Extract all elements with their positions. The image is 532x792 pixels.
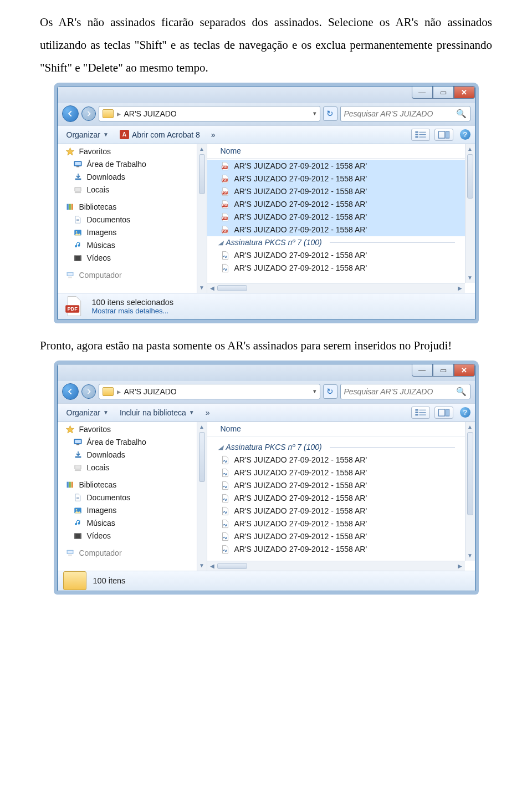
toolbar-overflow[interactable]: » <box>201 407 214 418</box>
breadcrumb-folder[interactable]: AR'S JUIZADO <box>124 109 177 118</box>
sidebar-videos[interactable]: Vídeos <box>61 530 207 542</box>
search-box[interactable]: 🔍 <box>340 106 470 121</box>
sidebar-music[interactable]: Músicas <box>61 239 207 252</box>
sidebar-recent[interactable]: Locais <box>61 184 207 196</box>
scroll-down-icon[interactable]: ▼ <box>197 283 207 293</box>
scroll-thumb[interactable] <box>199 432 205 482</box>
file-row[interactable]: AR'S JUIZADO 27-09-2012 - 1558 AR' <box>207 466 465 479</box>
toolbar-overflow[interactable]: » <box>207 129 220 140</box>
preview-pane-button[interactable] <box>434 129 453 141</box>
file-row[interactable]: AR'S JUIZADO 27-09-2012 - 1558 AR' <box>207 249 465 262</box>
help-button[interactable]: ? <box>460 129 470 140</box>
search-icon[interactable]: 🔍 <box>456 387 467 397</box>
close-button[interactable]: ✕ <box>454 87 475 99</box>
scroll-up-icon[interactable]: ▲ <box>197 144 207 154</box>
scroll-left-icon[interactable]: ◀ <box>207 561 217 571</box>
file-row[interactable]: AR'S JUIZADO 27-09-2012 - 1558 AR' <box>207 185 465 198</box>
nav-scrollbar[interactable]: ▲ ▼ <box>197 144 207 293</box>
scroll-right-icon[interactable]: ▶ <box>455 283 465 293</box>
scroll-down-icon[interactable]: ▼ <box>466 273 475 283</box>
file-row[interactable]: AR'S JUIZADO 27-09-2012 - 1558 AR' <box>207 211 465 224</box>
file-row[interactable]: AR'S JUIZADO 27-09-2012 - 1558 AR' <box>207 224 465 236</box>
scroll-thumb[interactable] <box>217 563 247 569</box>
sidebar-downloads[interactable]: Downloads <box>61 449 207 461</box>
breadcrumb-dropdown-icon[interactable]: ▾ <box>313 110 316 117</box>
open-with-acrobat-button[interactable]: A Abrir com Acrobat 8 <box>115 129 204 140</box>
sidebar-libraries[interactable]: Bibliotecas <box>61 201 207 214</box>
file-row[interactable]: AR'S JUIZADO 27-09-2012 - 1558 AR' <box>207 492 465 505</box>
file-scrollbar-v[interactable]: ▲ ▼ <box>465 144 475 283</box>
include-in-library-button[interactable]: Incluir na biblioteca ▼ <box>115 407 199 418</box>
file-row[interactable]: AR'S JUIZADO 27-09-2012 - 1558 AR' <box>207 505 465 517</box>
sidebar-pictures[interactable]: Imagens <box>61 226 207 239</box>
file-row[interactable]: AR'S JUIZADO 27-09-2012 - 1558 AR' <box>207 160 465 172</box>
file-row[interactable]: AR'S JUIZADO 27-09-2012 - 1558 AR' <box>207 543 465 556</box>
organize-button[interactable]: Organizar ▼ <box>62 407 113 418</box>
scroll-up-icon[interactable]: ▲ <box>466 144 475 154</box>
help-button[interactable]: ? <box>460 407 470 418</box>
preview-pane-button[interactable] <box>434 407 453 419</box>
file-row[interactable]: AR'S JUIZADO 27-09-2012 - 1558 AR' <box>207 479 465 492</box>
sidebar-videos[interactable]: Vídeos <box>61 252 207 265</box>
search-icon[interactable]: 🔍 <box>456 109 467 119</box>
sidebar-downloads[interactable]: Downloads <box>61 171 207 184</box>
status-details-link[interactable]: Mostrar mais detalhes... <box>92 307 174 315</box>
sidebar-recent[interactable]: Locais <box>61 461 207 474</box>
organize-button[interactable]: Organizar ▼ <box>62 129 113 140</box>
close-button[interactable]: ✕ <box>454 364 475 377</box>
file-scrollbar-v[interactable]: ▲ ▼ <box>465 422 475 561</box>
refresh-button[interactable]: ↻ <box>323 106 337 121</box>
maximize-button[interactable]: ▭ <box>433 364 454 377</box>
column-header-name[interactable]: Nome <box>207 144 475 159</box>
back-button[interactable] <box>62 383 79 400</box>
search-box[interactable]: 🔍 <box>340 384 470 399</box>
scroll-down-icon[interactable]: ▼ <box>197 561 207 571</box>
file-row[interactable]: AR'S JUIZADO 27-09-2012 - 1558 AR' <box>207 454 465 466</box>
sidebar-computer[interactable]: Computador <box>61 547 207 560</box>
sidebar-favorites[interactable]: Favoritos <box>61 145 207 158</box>
view-mode-button[interactable] <box>411 129 430 141</box>
refresh-button[interactable]: ↻ <box>323 384 337 399</box>
maximize-button[interactable]: ▭ <box>433 87 454 99</box>
search-input[interactable] <box>344 109 453 118</box>
forward-button[interactable] <box>81 384 96 399</box>
sidebar-desktop[interactable]: Área de Trabalho <box>61 436 207 449</box>
breadcrumb-dropdown-icon[interactable]: ▾ <box>313 388 316 395</box>
sidebar-music[interactable]: Músicas <box>61 517 207 530</box>
scroll-up-icon[interactable]: ▲ <box>466 422 475 432</box>
breadcrumb-folder[interactable]: AR'S JUIZADO <box>124 387 177 396</box>
file-scrollbar-h[interactable]: ◀ ▶ <box>207 561 465 571</box>
address-bar[interactable]: ▸ AR'S JUIZADO ▾ <box>99 106 320 121</box>
minimize-button[interactable]: — <box>412 87 433 99</box>
file-group-header[interactable]: ◢ Assinatura PKCS nº 7 (100) <box>207 441 465 454</box>
scroll-thumb[interactable] <box>467 154 473 199</box>
file-row[interactable]: AR'S JUIZADO 27-09-2012 - 1558 AR' <box>207 517 465 530</box>
sidebar-pictures[interactable]: Imagens <box>61 504 207 517</box>
back-button[interactable] <box>62 105 79 122</box>
scroll-right-icon[interactable]: ▶ <box>455 561 465 571</box>
sidebar-libraries[interactable]: Bibliotecas <box>61 479 207 491</box>
minimize-button[interactable]: — <box>412 364 433 377</box>
view-mode-button[interactable] <box>411 407 430 419</box>
search-input[interactable] <box>344 387 453 396</box>
sidebar-documents[interactable]: Documentos <box>61 491 207 504</box>
file-row[interactable]: AR'S JUIZADO 27-09-2012 - 1558 AR' <box>207 262 465 275</box>
forward-button[interactable] <box>81 106 96 121</box>
sidebar-computer[interactable]: Computador <box>61 269 207 282</box>
file-row[interactable]: AR'S JUIZADO 27-09-2012 - 1558 AR' <box>207 530 465 543</box>
file-group-header[interactable]: ◢ Assinatura PKCS nº 7 (100) <box>207 236 465 249</box>
scroll-thumb[interactable] <box>199 154 205 194</box>
sidebar-documents[interactable]: Documentos <box>61 214 207 226</box>
scroll-down-icon[interactable]: ▼ <box>466 551 475 561</box>
scroll-thumb[interactable] <box>467 432 473 515</box>
file-scrollbar-h[interactable]: ◀ ▶ <box>207 283 465 293</box>
sidebar-favorites[interactable]: Favoritos <box>61 423 207 436</box>
nav-scrollbar[interactable]: ▲ ▼ <box>197 422 207 571</box>
scroll-up-icon[interactable]: ▲ <box>197 422 207 432</box>
file-row[interactable]: AR'S JUIZADO 27-09-2012 - 1558 AR' <box>207 198 465 211</box>
scroll-thumb[interactable] <box>217 285 247 291</box>
address-bar[interactable]: ▸ AR'S JUIZADO ▾ <box>99 384 320 399</box>
sidebar-desktop[interactable]: Área de Trabalho <box>61 158 207 171</box>
column-header-name[interactable]: Nome <box>207 422 475 436</box>
scroll-left-icon[interactable]: ◀ <box>207 283 217 293</box>
